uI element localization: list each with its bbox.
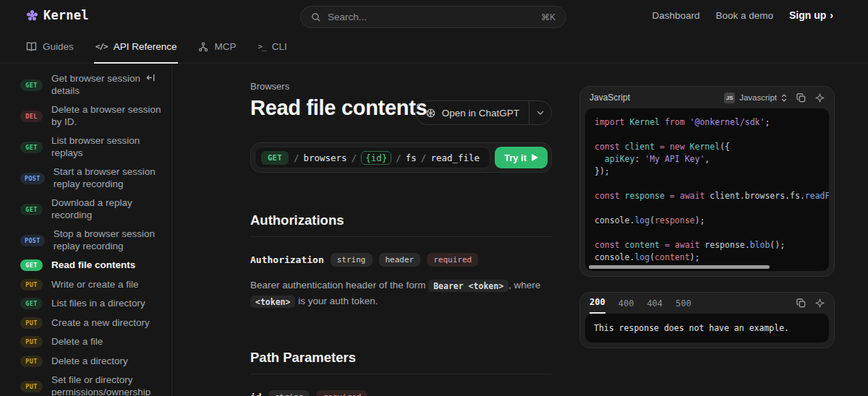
sidebar-item[interactable]: GETList browser session replays: [20, 132, 161, 163]
endpoint-field[interactable]: GET /browsers/{id}/fs/read_file: [255, 147, 490, 168]
method-badge: GET: [20, 259, 43, 271]
dashboard-link[interactable]: Dashboard: [652, 10, 699, 21]
sidebar-item[interactable]: GETRead file contents: [20, 256, 161, 275]
code-block[interactable]: import Kernel from '@onkernel/sdk'; cons…: [585, 108, 829, 271]
code-lines: import Kernel from '@onkernel/sdk'; cons…: [595, 116, 820, 264]
sidebar-item[interactable]: PUTDelete a file: [20, 332, 161, 352]
code-panel: JavaScript JS Javascript: [579, 86, 835, 277]
path-segment: browsers: [303, 152, 346, 163]
horizontal-scrollbar[interactable]: [589, 265, 770, 269]
branch-icon: [198, 42, 208, 52]
sidebar: GETGet browser session detailsDELDelete …: [0, 64, 172, 396]
breadcrumb[interactable]: Browsers: [250, 81, 552, 92]
collapse-sidebar-icon[interactable]: [146, 73, 156, 82]
sidebar-item[interactable]: PUTWrite or create a file: [20, 275, 161, 295]
code-brackets-icon: </>: [95, 42, 108, 51]
method-badge: GET: [20, 79, 43, 91]
tab-cli[interactable]: >_ CLI: [258, 30, 286, 63]
inline-code: Bearer <token>: [428, 280, 509, 292]
signup-link[interactable]: Sign up ›: [789, 9, 833, 21]
type-badge: string: [268, 390, 310, 396]
sidebar-item[interactable]: GETList files in a directory: [20, 294, 161, 314]
method-badge: PUT: [20, 356, 43, 367]
path-separator: /: [396, 152, 401, 163]
sidebar-item[interactable]: DELDelete a browser session by ID.: [20, 100, 161, 132]
code-panel-title: JavaScript: [590, 92, 630, 103]
authorization-param-row: Authorization string header required: [250, 253, 552, 267]
code-examples-column: JavaScript JS Javascript: [579, 64, 835, 396]
sidebar-list: GETGet browser session detailsDELDelete …: [20, 69, 161, 396]
id-param-row: id string required: [250, 390, 552, 396]
sidebar-item[interactable]: PUTSet file or directory permissions/own…: [20, 371, 161, 396]
search-placeholder: Search...: [328, 12, 535, 22]
copy-icon[interactable]: [796, 298, 806, 308]
code-line: import Kernel from '@onkernel/sdk';: [595, 116, 820, 129]
open-in-chatgpt-button[interactable]: Open in ChatGPT: [415, 100, 552, 125]
doc-tabbar: Guides </> API Reference MCP >_ CLI: [0, 30, 868, 64]
response-tab-404[interactable]: 404: [647, 298, 663, 314]
method-badge: POST: [20, 173, 45, 184]
sparkle-icon[interactable]: [815, 93, 825, 103]
type-badge: string: [331, 253, 373, 267]
sidebar-item[interactable]: POSTStop a browser session replay record…: [20, 225, 161, 256]
code-line: const response = await client.browsers.f…: [595, 190, 820, 202]
play-icon: [532, 154, 538, 161]
response-tab-200[interactable]: 200: [590, 297, 605, 314]
endpoint-bar: GET /browsers/{id}/fs/read_file Try it: [250, 142, 552, 173]
chevron-down-icon[interactable]: [529, 101, 551, 124]
copy-icon[interactable]: [796, 93, 806, 103]
method-badge: PUT: [20, 317, 43, 329]
required-badge: required: [427, 253, 478, 267]
sidebar-item[interactable]: POSTStart a browser session replay recor…: [20, 163, 161, 194]
search-shortcut: ⌘K: [541, 12, 556, 22]
top-header: Kernel Search... ⌘K Dashboard Book a dem…: [0, 0, 868, 30]
sidebar-item-label: List browser session replays: [51, 135, 161, 159]
method-badge: GET: [20, 204, 43, 215]
sparkle-icon[interactable]: [815, 298, 825, 308]
response-panel: 200400404500 This response does not have…: [579, 292, 835, 348]
try-it-button[interactable]: Try it: [495, 147, 548, 168]
brand-logo[interactable]: Kernel: [26, 8, 89, 22]
sidebar-item-label: Stop a browser session replay recording: [54, 228, 161, 252]
chevron-right-icon: ›: [830, 9, 833, 21]
response-tab-500[interactable]: 500: [676, 298, 692, 314]
path-segment: read_file: [430, 152, 480, 163]
search-input[interactable]: Search... ⌘K: [300, 6, 566, 28]
sidebar-item-label: Set file or directory permissions/owners…: [51, 374, 161, 396]
code-line: [595, 178, 820, 190]
response-tab-400[interactable]: 400: [618, 298, 634, 314]
required-badge: required: [316, 390, 367, 396]
path-separator: /: [352, 152, 357, 163]
code-line: const content = await response.blob();: [595, 239, 820, 251]
method-badge: GET: [20, 142, 43, 153]
tab-api-reference[interactable]: </> API Reference: [95, 30, 177, 63]
sidebar-item[interactable]: PUTCreate a new directory: [20, 314, 161, 333]
tab-guides[interactable]: Guides: [26, 30, 74, 63]
method-badge: DEL: [20, 111, 43, 122]
location-badge: header: [379, 253, 421, 267]
method-badge: PUT: [20, 279, 43, 290]
code-line: [595, 129, 820, 141]
code-line: });: [595, 165, 820, 178]
code-line: [595, 227, 820, 239]
tab-mcp[interactable]: MCP: [198, 30, 236, 63]
tab-label: CLI: [272, 41, 287, 52]
method-badge: POST: [20, 235, 45, 246]
param-name: id: [250, 392, 262, 396]
book-demo-link[interactable]: Book a demo: [715, 10, 773, 21]
inline-code: <token>: [250, 296, 295, 308]
path-segment: fs: [406, 152, 417, 163]
kernel-flower-icon: [26, 9, 38, 22]
sidebar-item-label: Create a new directory: [51, 317, 150, 330]
sidebar-item-label: Start a browser session replay recording: [54, 166, 161, 190]
method-badge: GET: [20, 298, 43, 309]
sidebar-item[interactable]: PUTDelete a directory: [20, 352, 161, 371]
sidebar-item[interactable]: GETDownload a replay recording: [20, 194, 161, 225]
path-separator: /: [421, 152, 427, 163]
sidebar-item[interactable]: GETGet browser session details: [20, 69, 161, 100]
param-name: Authorization: [250, 254, 324, 265]
authorization-description: Bearer authentication header of the form…: [250, 277, 552, 310]
language-select[interactable]: JS Javascript: [724, 92, 787, 103]
search-icon: [311, 12, 321, 22]
path-separator: /: [294, 152, 299, 163]
